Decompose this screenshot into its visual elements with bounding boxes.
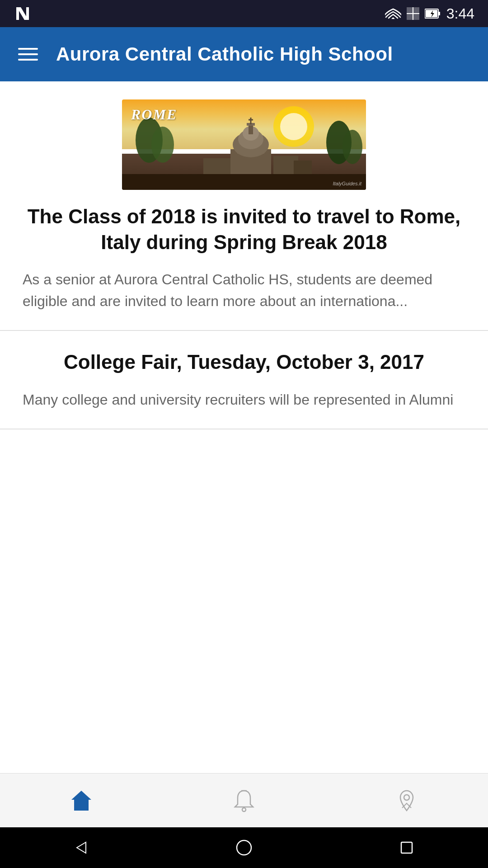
svg-marker-32 <box>77 842 86 853</box>
home-android-button[interactable] <box>230 834 258 861</box>
nav-item-notifications[interactable] <box>211 782 277 820</box>
rome-image: ROME ItalyGuides.it <box>122 99 366 190</box>
article-rome-title: The Class of 2018 is invited to travel t… <box>23 203 465 255</box>
svg-point-9 <box>280 113 307 140</box>
status-bar-right: 3:44 <box>385 5 474 22</box>
android-nav-bar <box>0 827 488 868</box>
svg-marker-0 <box>16 7 29 20</box>
svg-rect-34 <box>401 842 412 853</box>
svg-point-11 <box>151 127 174 163</box>
app-header: Aurora Central Catholic High School <box>0 27 488 81</box>
svg-point-29 <box>242 808 246 811</box>
hamburger-line-3 <box>18 59 38 61</box>
article-rome-excerpt: As a senior at Aurora Central Catholic H… <box>23 269 465 312</box>
status-bar: 3:44 <box>0 0 488 27</box>
bottom-nav <box>0 773 488 827</box>
main-content: ROME ItalyGuides.it The Class of 2018 is… <box>0 81 488 773</box>
menu-button[interactable] <box>18 48 38 61</box>
rome-watermark: ItalyGuides.it <box>333 181 361 186</box>
hamburger-line-1 <box>18 48 38 50</box>
nav-item-location[interactable] <box>374 782 439 820</box>
status-time: 3:44 <box>446 5 474 22</box>
svg-point-33 <box>237 840 251 855</box>
recents-button[interactable] <box>393 834 420 861</box>
article-college-fair-excerpt: Many college and university recruiters w… <box>23 389 465 410</box>
rome-text-overlay: ROME <box>131 106 177 123</box>
bell-icon <box>230 786 258 815</box>
home-icon <box>67 786 96 815</box>
svg-point-31 <box>404 795 409 800</box>
svg-rect-17 <box>249 124 253 134</box>
svg-point-26 <box>343 130 362 164</box>
location-icon <box>392 786 421 815</box>
wifi-icon <box>385 7 401 20</box>
article-college-fair-title: College Fair, Tuesday, October 3, 2017 <box>23 349 465 375</box>
hamburger-line-2 <box>18 53 38 55</box>
article-image-container: ROME ItalyGuides.it <box>23 99 465 190</box>
svg-rect-5 <box>438 12 440 15</box>
signal-icon <box>407 7 419 20</box>
svg-rect-24 <box>122 174 366 190</box>
battery-icon <box>425 8 441 19</box>
status-bar-left <box>14 5 32 23</box>
back-button[interactable] <box>68 834 95 861</box>
header-title: Aurora Central Catholic High School <box>56 43 393 65</box>
article-college-fair[interactable]: College Fair, Tuesday, October 3, 2017 M… <box>0 331 488 429</box>
nav-item-home[interactable] <box>49 782 114 820</box>
svg-rect-28 <box>78 804 85 811</box>
article-rome-trip[interactable]: ROME ItalyGuides.it The Class of 2018 is… <box>0 81 488 331</box>
network-logo <box>14 5 32 23</box>
